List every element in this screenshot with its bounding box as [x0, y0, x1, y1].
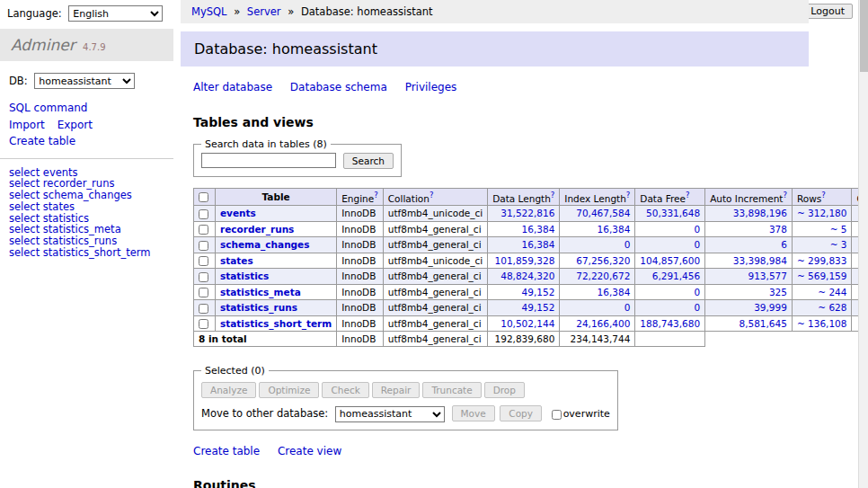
- cell-index-length-link[interactable]: 24,166,400: [564, 318, 630, 329]
- column-help-link[interactable]: ?: [551, 191, 555, 200]
- row-checkbox[interactable]: [199, 304, 208, 314]
- scrollbar-thumb[interactable]: [860, 0, 868, 72]
- cell-data-length-link[interactable]: 49,152: [492, 302, 554, 313]
- overwrite-checkbox[interactable]: [552, 410, 562, 420]
- language-select[interactable]: English: [68, 5, 163, 22]
- cell-auto-increment-link[interactable]: 33,398,984: [710, 255, 787, 266]
- cell-auto-increment-link[interactable]: 325: [710, 287, 787, 297]
- move-button[interactable]: Move: [452, 405, 495, 421]
- db-label: DB:: [9, 75, 28, 87]
- database-schema-link[interactable]: Database schema: [290, 81, 387, 93]
- cell-data-length-link[interactable]: 101,859,328: [492, 255, 554, 266]
- repair-button[interactable]: Repair: [372, 382, 421, 398]
- table-name-link[interactable]: states: [220, 255, 253, 266]
- sidebar-link-export[interactable]: Export: [58, 119, 93, 131]
- drop-button[interactable]: Drop: [484, 382, 525, 398]
- column-help-link[interactable]: ?: [821, 191, 826, 200]
- sidebar-table-name-link[interactable]: statistics_short_term: [43, 246, 151, 259]
- cell-rows-link[interactable]: ~ 299,833: [797, 255, 847, 266]
- cell-data-length-link[interactable]: 10,502,144: [492, 318, 554, 329]
- cell-rows-link[interactable]: ~ 312,180: [797, 208, 847, 218]
- cell-index-length-link[interactable]: 16,384: [564, 224, 630, 235]
- cell-index-length-link[interactable]: 67,256,320: [564, 255, 630, 266]
- cell-index-length-link[interactable]: 0: [564, 302, 630, 313]
- breadcrumb-server-link[interactable]: Server: [247, 5, 281, 18]
- cell-data-length-link[interactable]: 16,384: [492, 239, 554, 250]
- table-name-link[interactable]: schema_changes: [220, 239, 310, 250]
- check-button[interactable]: Check: [322, 382, 368, 398]
- cell-data-length-link[interactable]: 48,824,320: [492, 271, 554, 281]
- cell-data-length-link[interactable]: 31,522,816: [492, 208, 554, 218]
- move-db-select[interactable]: homeassistant: [335, 406, 445, 422]
- cell-auto-increment-link[interactable]: 8,581,645: [710, 318, 787, 329]
- create-view-link[interactable]: Create view: [278, 445, 341, 457]
- table-name-link[interactable]: statistics_short_term: [220, 318, 332, 329]
- search-button[interactable]: Search: [343, 153, 394, 169]
- row-checkbox[interactable]: [199, 319, 208, 329]
- search-input[interactable]: [201, 153, 336, 168]
- column-help-link[interactable]: ?: [430, 191, 434, 200]
- cell-rows-link[interactable]: ~ 3: [797, 239, 847, 250]
- row-checkbox[interactable]: [199, 225, 208, 235]
- cell-data-free-link[interactable]: 188,743,680: [640, 318, 700, 329]
- cell-data-free-link[interactable]: 6,291,456: [640, 271, 700, 281]
- row-checkbox[interactable]: [199, 272, 208, 282]
- select-all-checkbox[interactable]: [199, 192, 208, 202]
- optimize-button[interactable]: Optimize: [259, 382, 319, 398]
- cell-data-free-link[interactable]: 50,331,648: [640, 208, 700, 218]
- app-logo[interactable]: Adminer: [11, 36, 75, 54]
- scrollbar[interactable]: [858, 0, 868, 488]
- cell-auto-increment-link[interactable]: 39,999: [710, 302, 787, 313]
- row-checkbox[interactable]: [199, 288, 208, 297]
- table-name-link[interactable]: recorder_runs: [220, 224, 294, 235]
- cell-data-free-link[interactable]: 0: [640, 224, 700, 235]
- create-table-link[interactable]: Create table: [193, 445, 260, 457]
- cell-rows-link[interactable]: ~ 244: [797, 287, 847, 297]
- sidebar-link-import[interactable]: Import: [9, 119, 45, 131]
- cell-index-length-link[interactable]: 16,384: [564, 287, 630, 297]
- cell-rows-link[interactable]: ~ 569,159: [797, 271, 847, 281]
- column-help-link[interactable]: ?: [783, 191, 787, 200]
- column-help-link[interactable]: ?: [374, 191, 378, 200]
- cell-rows-link[interactable]: ~ 5: [797, 224, 847, 235]
- cell-data-free-link[interactable]: 0: [640, 239, 700, 250]
- cell-data-free-link[interactable]: 0: [640, 302, 700, 313]
- cell-table-name: statistics_runs: [216, 300, 337, 316]
- breadcrumb-mysql-link[interactable]: MySQL: [191, 5, 227, 18]
- row-checkbox[interactable]: [199, 209, 208, 219]
- cell-data-length-link[interactable]: 16,384: [492, 224, 554, 235]
- selected-buttons: AnalyzeOptimizeCheckRepairTruncateDrop: [201, 382, 610, 398]
- copy-button[interactable]: Copy: [500, 405, 542, 421]
- cell-index-length-link[interactable]: 0: [564, 239, 630, 250]
- page-title: Database: homeassistant: [181, 31, 809, 67]
- row-checkbox[interactable]: [199, 256, 208, 266]
- cell-auto-increment-link[interactable]: 378: [710, 224, 787, 235]
- cell-auto-increment-link[interactable]: 913,577: [710, 271, 787, 281]
- cell-data-length-link[interactable]: 49,152: [492, 287, 554, 297]
- alter-database-link[interactable]: Alter database: [193, 81, 272, 93]
- table-name-link[interactable]: statistics: [220, 271, 269, 281]
- column-help-link[interactable]: ?: [686, 191, 690, 200]
- table-name-link[interactable]: statistics_meta: [220, 287, 301, 297]
- sidebar-select-link[interactable]: select: [9, 246, 40, 259]
- cell-index-length-link[interactable]: 72,220,672: [564, 271, 630, 281]
- truncate-button[interactable]: Truncate: [422, 382, 481, 398]
- cell-rows-link[interactable]: ~ 136,108: [797, 318, 847, 329]
- db-select[interactable]: homeassistant: [34, 73, 135, 89]
- table-name-link[interactable]: events: [220, 208, 256, 218]
- analyze-button[interactable]: Analyze: [201, 382, 256, 398]
- cell-index-length-link[interactable]: 70,467,584: [564, 208, 630, 218]
- cell-auto-increment-link[interactable]: 33,898,196: [710, 208, 787, 218]
- cell-data-free-link[interactable]: 0: [640, 287, 700, 297]
- column-help-link[interactable]: ?: [626, 191, 631, 200]
- cell-auto-increment-link[interactable]: 6: [710, 239, 787, 250]
- sidebar-link-sql-command[interactable]: SQL command: [9, 102, 87, 114]
- privileges-link[interactable]: Privileges: [405, 81, 457, 93]
- cell-data-free-link[interactable]: 104,857,600: [640, 255, 700, 266]
- cell-comment: [852, 300, 858, 316]
- cell-rows-link[interactable]: ~ 628: [797, 302, 847, 313]
- table-name-link[interactable]: statistics_runs: [220, 302, 297, 313]
- cell-index-length: 70,467,584: [560, 206, 635, 222]
- sidebar-link-create-table[interactable]: Create table: [9, 135, 75, 147]
- row-checkbox[interactable]: [199, 241, 208, 251]
